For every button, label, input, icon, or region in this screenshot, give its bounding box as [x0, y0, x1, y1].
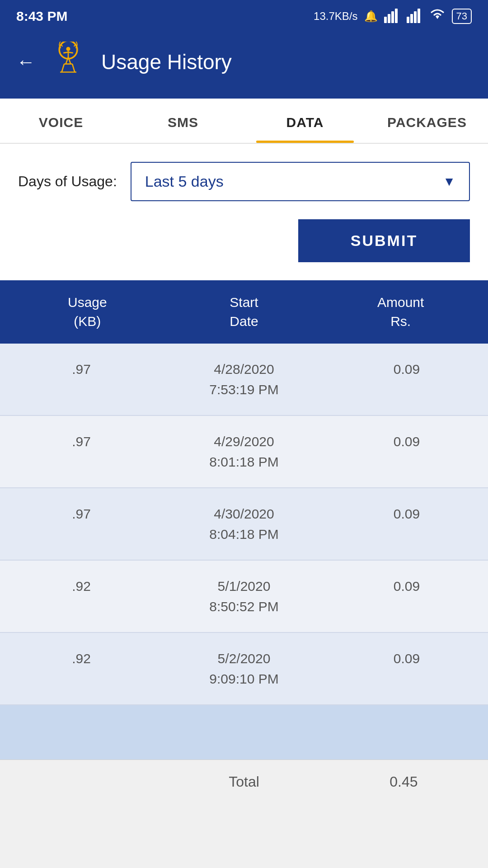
- svg-rect-3: [395, 9, 398, 23]
- tab-packages[interactable]: PACKAGES: [366, 99, 488, 143]
- table-row: .92 5/1/20208:50:52 PM 0.09: [0, 561, 488, 633]
- filter-section: Days of Usage: Last 5 days ▼: [0, 144, 488, 215]
- amount-cell: 0.09: [325, 488, 488, 560]
- submit-button[interactable]: SUBMIT: [298, 219, 470, 262]
- svg-rect-1: [388, 14, 390, 23]
- app-logo: [48, 42, 89, 82]
- tab-voice[interactable]: VOICE: [0, 99, 122, 143]
- submit-section: SUBMIT: [0, 215, 488, 280]
- total-row: Total 0.45: [0, 760, 488, 804]
- data-table: Usage(KB) StartDate AmountRs. .97 4/28/2…: [0, 280, 488, 804]
- battery-indicator: 73: [452, 9, 472, 24]
- amount-cell: 0.09: [325, 416, 488, 487]
- total-value: 0.45: [324, 774, 483, 790]
- amount-cell: 0.09: [325, 633, 488, 704]
- wifi-icon: [429, 8, 446, 24]
- svg-rect-0: [384, 17, 387, 23]
- col-date-header: StartDate: [166, 293, 323, 331]
- date-cell: 5/1/20208:50:52 PM: [163, 561, 325, 632]
- status-time: 8:43 PM: [16, 9, 67, 24]
- tabs-container: VOICE SMS DATA PACKAGES: [0, 99, 488, 144]
- status-bar: 8:43 PM 13.7KB/s 🔔: [0, 0, 488, 33]
- usage-cell: .97: [0, 344, 163, 415]
- col-usage-header: Usage(KB): [9, 293, 166, 331]
- date-cell: 4/28/20207:53:19 PM: [163, 344, 325, 415]
- svg-line-11: [63, 52, 68, 53]
- status-icons: 13.7KB/s 🔔: [314, 7, 472, 26]
- signal-icon-2: [407, 7, 423, 26]
- svg-rect-6: [414, 11, 417, 23]
- days-filter-dropdown[interactable]: Last 5 days ▼: [131, 162, 470, 201]
- svg-point-9: [66, 47, 70, 51]
- tab-data[interactable]: DATA: [244, 99, 366, 143]
- table-header: Usage(KB) StartDate AmountRs.: [0, 280, 488, 344]
- svg-rect-2: [391, 11, 394, 23]
- table-row: .97 4/30/20208:04:18 PM 0.09: [0, 488, 488, 561]
- table-row: .92 5/2/20209:09:10 PM 0.09: [0, 633, 488, 705]
- col-amount-header: AmountRs.: [322, 293, 479, 331]
- usage-cell: .97: [0, 416, 163, 487]
- total-label: Total: [164, 774, 324, 790]
- svg-rect-7: [418, 9, 420, 23]
- amount-cell: 0.09: [325, 344, 488, 415]
- back-button[interactable]: ←: [16, 51, 35, 73]
- date-cell: 4/29/20208:01:18 PM: [163, 416, 325, 487]
- notification-icon: 🔔: [364, 10, 378, 23]
- table-row: .97 4/28/20207:53:19 PM 0.09: [0, 344, 488, 416]
- date-cell: 5/2/20209:09:10 PM: [163, 633, 325, 704]
- svg-line-16: [62, 64, 64, 72]
- date-cell: 4/30/20208:04:18 PM: [163, 488, 325, 560]
- network-speed: 13.7KB/s: [314, 10, 357, 23]
- filter-label: Days of Usage:: [18, 173, 117, 190]
- filter-selected-value: Last 5 days: [145, 173, 224, 190]
- chevron-down-icon: ▼: [443, 175, 455, 189]
- usage-cell: .92: [0, 633, 163, 704]
- usage-cell: .92: [0, 561, 163, 632]
- table-empty-row: [0, 705, 488, 760]
- svg-rect-4: [407, 17, 409, 23]
- tab-sms[interactable]: SMS: [122, 99, 244, 143]
- page-title: Usage History: [101, 50, 232, 74]
- svg-line-12: [68, 52, 73, 53]
- app-header: ← Usage History: [0, 33, 488, 99]
- table-row: .97 4/29/20208:01:18 PM 0.09: [0, 416, 488, 488]
- usage-cell: .97: [0, 488, 163, 560]
- signal-icon: [384, 7, 400, 26]
- total-empty-col1: [5, 774, 164, 790]
- svg-rect-5: [410, 14, 413, 23]
- svg-line-17: [72, 64, 75, 72]
- amount-cell: 0.09: [325, 561, 488, 632]
